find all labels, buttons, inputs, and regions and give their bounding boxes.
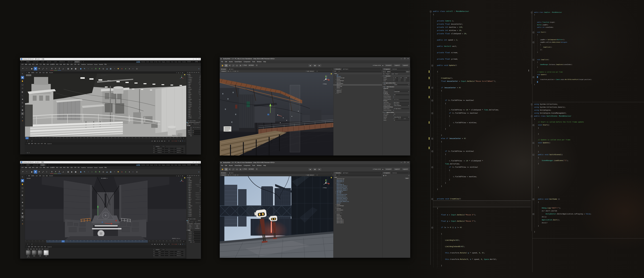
dropdown-field[interactable]: Blend Probes ▾ [393,102,409,103]
side-tool-icon[interactable]: ◉ [21,98,24,101]
tab-project[interactable]: ▤ Project [342,172,350,174]
hierarchy-item[interactable]: ▣ Smoke1› [333,202,382,204]
x-field[interactable]: 1 [394,80,398,81]
switchscene-code-line[interactable]: #else [534,215,546,218]
audio-toggle[interactable]: ♪ [232,71,232,72]
hierarchy-item[interactable]: ▸ ▣ Sphere (1) [333,212,382,213]
panel-menu-icon[interactable]: ⋮ [407,68,410,70]
menu-item[interactable]: 编辑 [25,167,27,168]
viewport-menu-icon[interactable]: ≡ [26,72,27,73]
fold-marker[interactable]: − [533,59,534,61]
layout-tab[interactable]: 启动界面 [136,61,140,63]
tool-icon[interactable]: ▤ [66,170,70,174]
tool-icon[interactable]: ✚ [34,170,37,174]
om-menu-item[interactable]: 编辑 [189,72,190,73]
cotroll-code-line[interactable]: } [433,178,450,181]
grid-snap-icon[interactable]: ⧈ [256,64,258,67]
cotroll-code-line[interactable]: { [433,153,446,156]
material-thumbnail[interactable]: 材质2 [26,250,31,256]
switchscene-code-line[interactable]: // Start is called before the first fram… [534,121,584,124]
grid-dropdown[interactable]: ⬚▾ [237,71,238,72]
cotroll-code-line[interactable]: } [433,185,442,188]
cotroll-code-line[interactable]: this.transform.Rotate(0, x * speed, 0, S… [433,258,497,261]
cotroll-code-line[interactable]: Time.deltaTime; [433,162,460,166]
material-menu-item[interactable]: 编辑 [30,248,32,250]
undo-icon[interactable]: ↶ [21,61,22,63]
coords-menu-icon[interactable]: ≡ [154,146,154,147]
visibility-dots[interactable]: ·· [200,204,200,205]
prefab-open-arrow[interactable]: › [381,76,382,77]
global-toggle[interactable]: ◍ Global [248,168,254,170]
visibility-dots[interactable]: ·· [198,108,198,108]
viewport-menu-item[interactable]: 显示 [36,72,38,73]
menu-item[interactable]: Tools [252,61,255,62]
jumpicon-code-line[interactable]: } [534,51,538,53]
menu-item[interactable]: RealFlow [81,167,86,168]
tool-icon[interactable]: ↶ [21,67,24,70]
object-row[interactable]: ⬡圆柱.1··▦? [186,114,201,115]
menu-item[interactable]: 模式 [32,64,34,65]
attr-button[interactable]: 引导动画 [187,226,194,228]
object-row[interactable]: ⬡圆柱.2··▦?? [186,112,201,114]
viewport-clay-city-render[interactable] [25,74,186,137]
attr-value-field[interactable]: 90 F [192,236,200,238]
expand-arrow[interactable]: ▸ [336,212,337,213]
minimize-button[interactable]: — [400,162,403,163]
menu-item[interactable]: Redshift [99,167,103,168]
minimize-button[interactable]: — [192,161,194,163]
hierarchy-item[interactable]: ▸ ▣ Sphere (1) [333,89,382,90]
scene-search-input[interactable]: ⌕ All [314,71,332,72]
cotroll-code-line[interactable]: private float ycream; [433,58,458,61]
cotroll-code-line[interactable]: private void CreamView() [433,197,461,200]
switchscene-code-line[interactable]: } [534,186,539,189]
ruler-end-field[interactable]: 21 F [182,240,186,242]
menu-item[interactable]: GameObject [234,165,242,166]
switchscene-code-line[interactable]: #endif [534,221,548,224]
switchscene-code-line[interactable]: using System.Collections.Generic; [534,106,566,109]
pivot-toggle[interactable]: ⬚ Pivot [242,168,248,170]
enabled-checkbox[interactable]: ☑ [385,112,386,113]
visibility-dots[interactable]: ·· [199,96,200,97]
fold-marker[interactable]: − [533,42,534,43]
y-field[interactable]: 1 [400,80,404,81]
hierarchy-search-input[interactable]: ⌕ All [336,174,382,176]
jumpicon-code-line[interactable]: public int sceneIndex; [534,26,554,29]
expand-arrow[interactable]: ▸ [336,207,337,208]
cotroll-code-line[interactable]: if (c.fieldOfView >= minView) [433,150,474,153]
transport-button[interactable]: ▶▶ [161,243,163,245]
tab-add-icon[interactable]: + [82,61,84,63]
document-tab[interactable]: 新项目 1 [25,61,32,63]
search-icon[interactable]: ⌕ [200,175,200,176]
active-checkbox[interactable]: ☐ [385,71,386,72]
viewport-menu-item[interactable]: 面板 [46,72,48,73]
lower-menu-item[interactable]: 材质 [41,143,43,144]
step-button[interactable]: ▶| [317,64,322,67]
playhead[interactable]: 0 F [26,137,28,139]
cotroll-code-line[interactable]: if (c.fieldOfView >= maxView) [433,112,478,115]
object-row[interactable]: ⬡圆柱.11··▦?▲? [186,82,201,84]
visibility-dots[interactable]: ·· [198,99,199,100]
attr-value-field[interactable]: 21 F [192,233,200,234]
attr-button[interactable]: XP粒子|X-Particles [194,223,201,225]
unity-tool-icon[interactable]: ✥ [224,64,228,67]
side-tool-icon[interactable]: ✋ [21,183,24,186]
maximize-button[interactable]: ❐ [404,162,406,163]
switchscene-code-line[interactable]: UnityEditor.EditorApplication.isPlaying … [534,212,591,215]
jumpicon-code-line[interactable]: void Update() [534,73,547,76]
fold-arrow[interactable]: ▾ [383,86,384,87]
component-header[interactable]: ▾●☑Sphere Collider? ⋮ [382,111,410,113]
dropdown-field[interactable]: On ▾ [393,94,409,95]
menu-item[interactable]: RealFlow [81,64,86,65]
tool-icon[interactable]: ▦ [74,170,78,174]
material-menu-icon[interactable]: ≡ [26,249,26,249]
document-tab-active[interactable]: 4.c4d* [40,164,46,166]
coords-size-dropdown[interactable]: 尺寸 ▾ [162,249,166,250]
cotroll-code-line[interactable]: public class cotroll : MonoBehaviour [433,10,469,13]
jumpicon-code-line[interactable]: public class JumpIcon : MonoBehaviour [534,11,562,14]
attr-value-field[interactable]: 默认 [192,132,200,133]
tab-inspector[interactable]: 🛈 Inspector [382,172,391,174]
visibility-dots[interactable]: ·· [199,207,200,208]
redo-icon[interactable]: ↷ [23,164,24,166]
side-tool-icon[interactable]: ⬡ [21,87,24,90]
cotroll-code-line[interactable]: { [433,207,438,210]
